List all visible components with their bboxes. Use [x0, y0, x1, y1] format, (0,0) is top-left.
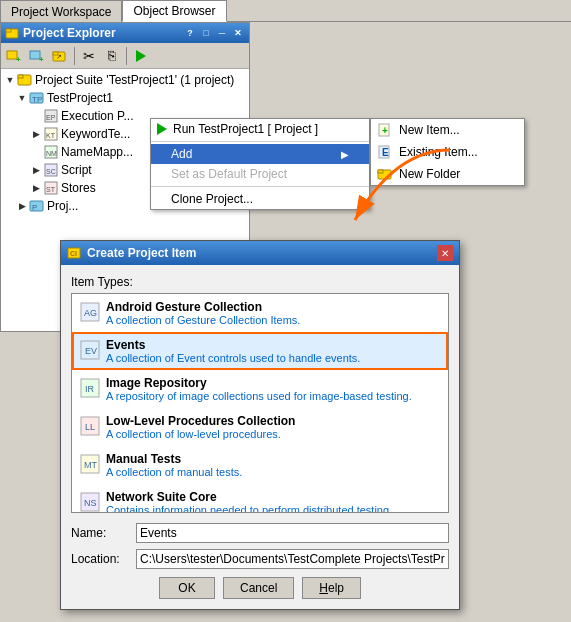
- svg-text:+: +: [39, 55, 44, 64]
- script-toggle[interactable]: ▶: [29, 163, 43, 177]
- help-button[interactable]: Help: [302, 577, 361, 599]
- svg-text:↗: ↗: [56, 53, 62, 60]
- dialog-title: CI Create Project Item: [67, 246, 196, 260]
- android-item-desc: A collection of Gesture Collection Items…: [106, 314, 440, 326]
- new-folder-icon: [377, 166, 393, 182]
- toolbar-cut-btn[interactable]: ✂: [78, 45, 100, 67]
- dialog-close-button[interactable]: ✕: [437, 245, 453, 261]
- menu-item-add[interactable]: Add ▶: [151, 144, 369, 164]
- panel-minimize-btn[interactable]: ─: [215, 26, 229, 40]
- panel-close-btn[interactable]: ✕: [231, 26, 245, 40]
- menu-sep-1: [151, 141, 369, 142]
- suite-toggle[interactable]: ▼: [3, 73, 17, 87]
- svg-text:E: E: [382, 147, 389, 158]
- events-item-text: Events A collection of Event controls us…: [106, 338, 440, 364]
- proj2-toggle[interactable]: ▶: [15, 199, 29, 213]
- existing-item-icon: E: [377, 144, 393, 160]
- submenu-item-existing[interactable]: E Existing Item...: [371, 141, 524, 163]
- menu-setdefault-label: Set as Default Project: [171, 167, 287, 181]
- menu-item-setdefault[interactable]: Set as Default Project: [151, 164, 369, 184]
- toolbar-copy-btn[interactable]: ⎘: [101, 45, 123, 67]
- manual-item-text: Manual Tests A collection of manual test…: [106, 452, 440, 478]
- name-label: Name:: [71, 526, 136, 540]
- context-menu: Run TestProject1 [ Project ] Add ▶ Set a…: [150, 118, 370, 210]
- name-input[interactable]: [136, 523, 449, 543]
- events-item-icon: EV: [80, 340, 100, 360]
- create-project-item-dialog: CI Create Project Item ✕ Item Types: AG …: [60, 240, 460, 610]
- svg-text:P: P: [32, 203, 37, 212]
- item-row-lowlevel[interactable]: LL Low-Level Procedures Collection A col…: [72, 408, 448, 446]
- toolbar-add-suite-btn[interactable]: +: [3, 45, 25, 67]
- keyword-toggle[interactable]: ▶: [29, 127, 43, 141]
- toolbar-add-project-btn[interactable]: +: [26, 45, 48, 67]
- suite-icon: [17, 72, 33, 88]
- panel-title: Project Explorer: [5, 26, 116, 40]
- tab-object-browser[interactable]: Object Browser: [122, 0, 226, 22]
- proj2-label: Proj...: [47, 199, 78, 213]
- panel-titlebar-icons: ? □ ─ ✕: [183, 26, 245, 40]
- svg-text:MT: MT: [84, 460, 97, 470]
- tab-project-workspace[interactable]: Project Workspace: [0, 0, 122, 22]
- menu-run-label: Run TestProject1 [ Project ]: [173, 122, 318, 136]
- submenu-item-newfolder[interactable]: New Folder: [371, 163, 524, 185]
- image-item-desc: A repository of image collections used f…: [106, 390, 440, 402]
- keyword-icon: KT: [43, 126, 59, 142]
- network-item-icon: NS: [80, 492, 100, 512]
- image-item-name: Image Repository: [106, 376, 440, 390]
- project-toggle[interactable]: ▼: [15, 91, 29, 105]
- svg-text:NS: NS: [84, 498, 97, 508]
- execution-icon: EP: [43, 108, 59, 124]
- toolbar-run-btn[interactable]: [130, 45, 152, 67]
- stores-toggle[interactable]: ▶: [29, 181, 43, 195]
- location-field-row: Location:: [71, 549, 449, 569]
- open-icon: ↗: [52, 48, 68, 64]
- menu-run-icon: [157, 123, 167, 135]
- svg-text:EP: EP: [46, 114, 56, 121]
- menu-item-clone[interactable]: Clone Project...: [151, 189, 369, 209]
- ok-button[interactable]: OK: [159, 577, 215, 599]
- tab-bar: Project Workspace Object Browser: [0, 0, 571, 22]
- script-icon: SC: [43, 162, 59, 178]
- item-row-image[interactable]: IR Image Repository A repository of imag…: [72, 370, 448, 408]
- cancel-button[interactable]: Cancel: [223, 577, 294, 599]
- tab-object-browser-label: Object Browser: [133, 4, 215, 18]
- dialog-body: Item Types: AG Android Gesture Collectio…: [61, 265, 459, 609]
- svg-text:CI: CI: [70, 250, 77, 257]
- panel-help-btn[interactable]: ?: [183, 26, 197, 40]
- panel-title-icon: [5, 26, 19, 40]
- lowlevel-item-desc: A collection of low-level procedures.: [106, 428, 440, 440]
- svg-text:KT: KT: [46, 132, 56, 139]
- android-item-text: Android Gesture Collection A collection …: [106, 300, 440, 326]
- location-input[interactable]: [136, 549, 449, 569]
- panel-float-btn[interactable]: □: [199, 26, 213, 40]
- menu-item-run[interactable]: Run TestProject1 [ Project ]: [151, 119, 369, 139]
- item-types-label: Item Types:: [71, 275, 449, 289]
- menu-add-arrow: ▶: [341, 149, 349, 160]
- svg-text:AG: AG: [84, 308, 97, 318]
- help-label: Help: [319, 581, 344, 595]
- svg-rect-1: [6, 29, 11, 32]
- lowlevel-item-text: Low-Level Procedures Collection A collec…: [106, 414, 440, 440]
- ok-label: OK: [178, 581, 195, 595]
- namemap-label: NameMapp...: [61, 145, 133, 159]
- svg-text:LL: LL: [85, 422, 95, 432]
- tree-item-suite[interactable]: ▼ Project Suite 'TestProject1' (1 projec…: [1, 71, 249, 89]
- submenu-item-newitem[interactable]: + New Item...: [371, 119, 524, 141]
- tab-project-workspace-label: Project Workspace: [11, 5, 111, 19]
- svg-text:SC: SC: [46, 168, 56, 175]
- item-row-android[interactable]: AG Android Gesture Collection A collecti…: [72, 294, 448, 332]
- menu-add-label: Add: [171, 147, 192, 161]
- item-row-network[interactable]: NS Network Suite Core Contains informati…: [72, 484, 448, 513]
- item-row-manual[interactable]: MT Manual Tests A collection of manual t…: [72, 446, 448, 484]
- svg-text:EV: EV: [85, 346, 97, 356]
- menu-sep-2: [151, 186, 369, 187]
- run-icon: [136, 50, 146, 62]
- toolbar-open-btn[interactable]: ↗: [49, 45, 71, 67]
- menu-clone-label: Clone Project...: [171, 192, 253, 206]
- item-row-events[interactable]: EV Events A collection of Event controls…: [72, 332, 448, 370]
- events-item-name: Events: [106, 338, 440, 352]
- tree-item-testproject1[interactable]: ▼ TP TestProject1: [1, 89, 249, 107]
- svg-rect-10: [18, 75, 23, 78]
- svg-text:NM: NM: [46, 150, 57, 157]
- submenu-newitem-label: New Item...: [399, 123, 460, 137]
